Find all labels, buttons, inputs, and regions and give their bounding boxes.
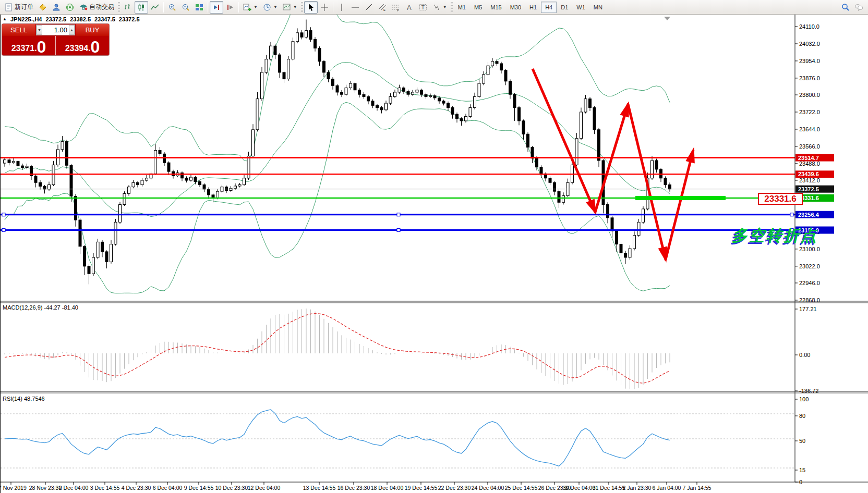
svg-text:-136.72: -136.72	[799, 388, 818, 394]
auto-scroll-button[interactable]	[210, 1, 223, 14]
indicators-button[interactable]: ▼	[240, 1, 260, 14]
sell-price[interactable]: 23371 . 0	[2, 36, 56, 55]
tile-windows-icon	[195, 3, 203, 11]
autotrading-label: 自动交易	[89, 3, 114, 11]
svg-text:23514.7: 23514.7	[798, 155, 819, 161]
vertical-line-button[interactable]	[335, 1, 348, 14]
periods-dropdown-arrow: ▼	[273, 5, 278, 9]
timeframe-h1[interactable]: H1	[525, 2, 541, 13]
timeframe-m5[interactable]: M5	[470, 2, 486, 13]
price-callout-label[interactable]: 23331.6	[758, 193, 803, 205]
zoom-out-icon	[182, 3, 190, 11]
sell-button[interactable]: SELL	[2, 24, 35, 36]
templates-button[interactable]: ▼	[280, 1, 300, 14]
svg-text:23954.0: 23954.0	[799, 58, 820, 64]
trendline-icon	[365, 3, 373, 11]
svg-text:9 Dec 14:55: 9 Dec 14:55	[184, 485, 214, 491]
templates-dropdown-arrow: ▼	[293, 5, 297, 9]
timeframe-m15[interactable]: M15	[486, 2, 505, 13]
svg-text:4 Dec 23:30: 4 Dec 23:30	[122, 485, 151, 491]
signals-button[interactable]	[63, 1, 77, 14]
line-chart-button[interactable]	[148, 1, 162, 14]
indicators-icon	[243, 3, 251, 11]
buy-price-main: 23394	[65, 44, 89, 53]
svg-text:6 Jan 04:00: 6 Jan 04:00	[653, 485, 681, 491]
horizontal-line-icon	[351, 3, 359, 11]
sell-price-pips: 0	[37, 40, 46, 54]
svg-text:25 Dec 14:55: 25 Dec 14:55	[505, 485, 538, 491]
svg-text:23876.0: 23876.0	[799, 75, 820, 81]
chart-shift-icon	[226, 3, 234, 11]
person-icon	[52, 3, 61, 11]
text-label-button[interactable]: T	[416, 1, 430, 14]
crosshair-button[interactable]	[318, 1, 331, 14]
toolbar-separator	[163, 2, 164, 13]
toolbar-grip	[451, 2, 453, 13]
horizontal-line-button[interactable]	[348, 1, 362, 14]
svg-text:22 Dec 23:30: 22 Dec 23:30	[438, 485, 471, 491]
buy-price[interactable]: 23394 . 0	[56, 36, 109, 55]
cursor-icon	[307, 3, 315, 11]
svg-text:6 Dec 04:00: 6 Dec 04:00	[153, 485, 183, 491]
autotrading-button[interactable]: 自动交易	[77, 1, 117, 14]
volume-decrease-button[interactable]: ▼	[37, 25, 42, 35]
chat-button[interactable]	[852, 1, 866, 14]
text-button[interactable]: A	[403, 1, 416, 14]
buy-button[interactable]: BUY	[76, 24, 109, 36]
svg-text:23722.0: 23722.0	[799, 109, 820, 115]
svg-text:2 Dec 04:00: 2 Dec 04:00	[59, 485, 89, 491]
rsi-label: RSI(14) 48.7546	[3, 396, 45, 402]
zoom-in-button[interactable]	[165, 1, 179, 14]
svg-text:24110.0: 24110.0	[799, 23, 819, 30]
zigzag-annotation[interactable]	[533, 69, 695, 263]
search-icon	[841, 3, 850, 11]
periods-button[interactable]: ▼	[260, 1, 280, 14]
cursor-button[interactable]	[304, 1, 318, 14]
main-toolbar: 新订单 自动交易	[0, 0, 868, 15]
tile-windows-button[interactable]	[192, 1, 206, 14]
arrows-icon	[432, 3, 441, 11]
gold-diamond-icon	[39, 3, 47, 11]
arrows-button[interactable]: ▼	[430, 1, 450, 14]
fibonacci-button[interactable]: F	[389, 1, 403, 14]
svg-text:23800.0: 23800.0	[799, 92, 820, 98]
auto-scroll-icon	[212, 3, 221, 11]
bar-chart-button[interactable]	[121, 1, 135, 14]
timeframe-d1[interactable]: D1	[557, 2, 572, 13]
toolbar-grip	[301, 2, 303, 13]
trendline-button[interactable]	[362, 1, 376, 14]
timeframe-mn[interactable]: MN	[589, 2, 607, 13]
collapse-panel-arrow[interactable]: ▲	[3, 17, 7, 22]
volume-input[interactable]	[42, 25, 69, 35]
equidistant-channel-button[interactable]: E	[376, 1, 389, 14]
account-button[interactable]	[50, 1, 63, 14]
svg-text:27 Nov 2019: 27 Nov 2019	[1, 485, 27, 491]
volume-increase-button[interactable]: ▲	[69, 25, 75, 35]
candlestick-chart-button[interactable]	[135, 1, 148, 14]
bar-close-value: 23372.5	[119, 16, 140, 22]
signal-icon	[66, 3, 74, 11]
zoom-out-button[interactable]	[179, 1, 192, 14]
one-click-trading-panel: SELL ▼ ▲ BUY 23371 . 0 23394 . 0	[2, 24, 109, 55]
highlight-bar[interactable]	[635, 196, 758, 200]
svg-text:30 Dec 04:00: 30 Dec 04:00	[563, 485, 596, 491]
chart-shift-button[interactable]	[223, 1, 237, 14]
chat-icon	[855, 3, 863, 11]
new-order-label: 新订单	[15, 3, 33, 11]
timeframe-h4[interactable]: H4	[541, 2, 557, 13]
timeframe-m30[interactable]: M30	[506, 2, 525, 13]
macd-name: MACD(12,26,9)	[3, 304, 42, 311]
search-button[interactable]	[839, 1, 852, 14]
svg-text:28 Nov 23:30: 28 Nov 23:30	[29, 485, 62, 491]
axes-layer: 24110.024032.023954.023876.023800.023722…	[1, 15, 868, 491]
candlestick-chart-icon	[137, 3, 146, 11]
timeframe-w1[interactable]: W1	[572, 2, 589, 13]
chart-canvas[interactable]: 24110.024032.023954.023876.023800.023722…	[1, 15, 868, 493]
svg-text:15: 15	[799, 467, 805, 473]
timeframe-m1[interactable]: M1	[454, 2, 470, 13]
svg-text:23372.5: 23372.5	[798, 186, 819, 192]
gold-button[interactable]	[36, 1, 50, 14]
bar-open-value: 23372.5	[45, 16, 66, 22]
new-order-button[interactable]: 新订单	[2, 1, 36, 14]
turning-point-annotation[interactable]: 多空转折点	[732, 225, 818, 246]
